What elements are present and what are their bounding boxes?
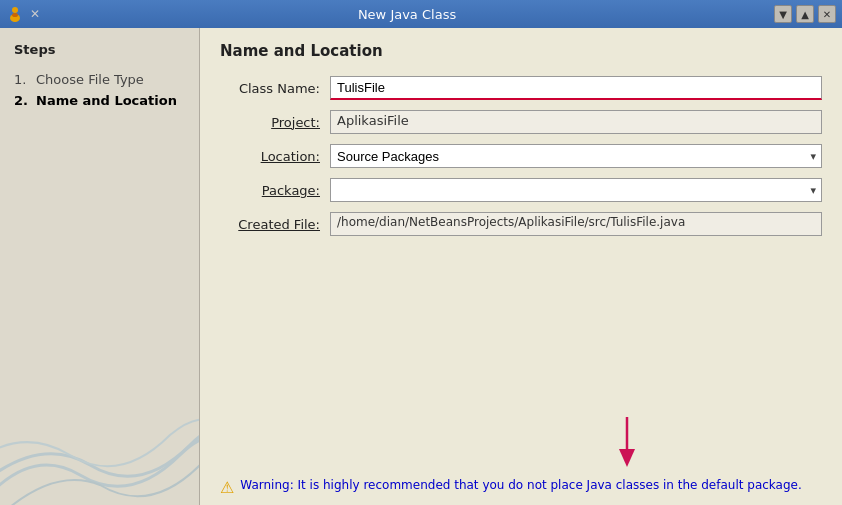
warning-text: Warning: It is highly recommended that y… bbox=[240, 477, 801, 494]
package-row: Package: ▾ bbox=[220, 178, 822, 202]
package-select[interactable] bbox=[330, 178, 822, 202]
created-file-value: /home/dian/NetBeansProjects/AplikasiFile… bbox=[330, 212, 822, 236]
created-file-label: Created File: bbox=[220, 217, 330, 232]
steps-list: 1. Choose File Type 2. Name and Location bbox=[14, 69, 185, 111]
restore-button[interactable]: ▲ bbox=[796, 5, 814, 23]
created-file-row: Created File: /home/dian/NetBeansProject… bbox=[220, 212, 822, 236]
sidebar: Steps 1. Choose File Type 2. Name and Lo… bbox=[0, 28, 200, 505]
class-name-input[interactable] bbox=[330, 76, 822, 100]
titlebar: ✕ New Java Class ▼ ▲ ✕ bbox=[0, 0, 842, 28]
titlebar-left: ✕ bbox=[6, 5, 40, 23]
location-label: Location: bbox=[220, 149, 330, 164]
step-1: 1. Choose File Type bbox=[14, 69, 185, 90]
panel-title: Name and Location bbox=[220, 42, 822, 60]
warning-icon: ⚠ bbox=[220, 478, 234, 497]
main-panel: Name and Location Class Name: Project: A… bbox=[200, 28, 842, 505]
close-button[interactable]: ✕ bbox=[818, 5, 836, 23]
window-controls: ▼ ▲ ✕ bbox=[774, 5, 836, 23]
location-select-wrapper: Source Packages ▾ bbox=[330, 144, 822, 168]
location-select[interactable]: Source Packages bbox=[330, 144, 822, 168]
class-name-row: Class Name: bbox=[220, 76, 822, 100]
location-row: Location: Source Packages ▾ bbox=[220, 144, 822, 168]
warning-text-before: Warning: It is highly recommended that bbox=[240, 478, 482, 492]
titlebar-title: New Java Class bbox=[358, 7, 456, 22]
warning-text-after: . bbox=[798, 478, 802, 492]
warning-area: ⚠ Warning: It is highly recommended that… bbox=[220, 467, 822, 505]
class-name-label: Class Name: bbox=[220, 81, 330, 96]
app-icon bbox=[6, 5, 24, 23]
project-value: AplikasiFile bbox=[330, 110, 822, 134]
minimize-button[interactable]: ▼ bbox=[774, 5, 792, 23]
warning-link: you do not place Java classes in the def… bbox=[482, 478, 798, 492]
svg-point-0 bbox=[12, 7, 18, 13]
project-row: Project: AplikasiFile bbox=[220, 110, 822, 134]
svg-point-2 bbox=[12, 13, 18, 17]
sidebar-title: Steps bbox=[14, 42, 185, 57]
package-select-wrapper: ▾ bbox=[330, 178, 822, 202]
package-label: Package: bbox=[220, 183, 330, 198]
titlebar-close-x[interactable]: ✕ bbox=[30, 7, 40, 21]
step-2: 2. Name and Location bbox=[14, 90, 185, 111]
sidebar-decoration bbox=[0, 365, 200, 505]
project-label: Project: bbox=[220, 115, 330, 130]
dialog-body: Steps 1. Choose File Type 2. Name and Lo… bbox=[0, 28, 842, 505]
